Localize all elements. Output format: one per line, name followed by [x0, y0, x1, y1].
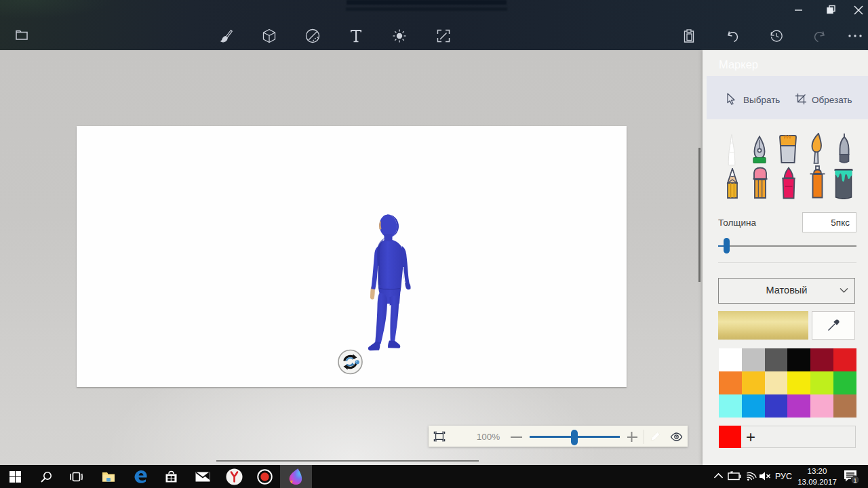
- svg-text:1: 1: [853, 477, 856, 484]
